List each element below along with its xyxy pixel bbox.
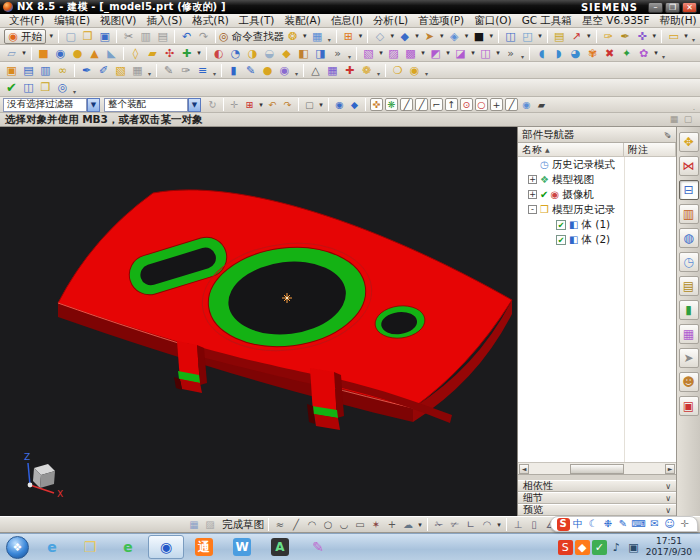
dropdown-caret-icon[interactable]: ▾ [463,32,471,40]
menu-assemblies[interactable]: 装配(A) [279,14,325,28]
copy-icon[interactable]: ▥ [138,29,153,44]
tree-row-body-2[interactable]: ✔◧体 (2) [518,232,676,247]
redo-icon[interactable]: ↷ [196,29,211,44]
pen-check-icon[interactable]: ✎ [243,63,258,78]
taskbar-360se[interactable]: e [110,535,146,559]
dropdown-caret-icon[interactable]: ▾ [536,32,544,40]
rib-icon[interactable]: ◔ [228,46,243,61]
dropdown-caret-icon[interactable]: ▾ [438,32,446,40]
dropdown-caret-icon[interactable]: ▾ [651,32,659,40]
graphics-viewport[interactable]: X Z [0,127,517,516]
overflow-dot[interactable]: ▾ [348,53,351,60]
face-analysis-icon[interactable]: ✦ [619,46,634,61]
dropdown-caret-icon[interactable]: ▾ [494,49,502,57]
snap-center-icon[interactable]: ⊙ [460,98,473,111]
polygon-star-icon[interactable]: ✶ [369,518,383,532]
screen-split-icon[interactable]: ⊞ [341,29,356,44]
tray-wangwang-icon[interactable]: ◆ [575,540,590,555]
block-icon[interactable]: ■ [36,46,51,61]
cone-icon[interactable]: ▲ [87,46,102,61]
tree-row-model-views[interactable]: +❖模型视图 [518,172,676,187]
cut-icon[interactable]: ✂ [121,29,136,44]
extrude-icon[interactable]: ▰ [145,46,160,61]
sketch-grid-icon[interactable]: ▦ [187,518,201,532]
snap-pole-icon[interactable]: ↑ [445,98,458,111]
orient-view-icon[interactable]: ◫ [503,29,518,44]
ruler-icon[interactable]: ▭ [666,29,681,44]
dropdown-caret-icon[interactable]: ▾ [419,49,427,57]
snap-mid-icon[interactable]: ╱ [415,98,428,111]
interpart-link-icon[interactable]: ∞ [55,63,70,78]
taskbar-tong[interactable]: 通 [186,535,222,559]
gear-parts-icon[interactable]: ❁ [359,63,374,78]
line-icon[interactable]: ╱ [289,518,303,532]
minimize-button[interactable]: – [648,2,663,13]
taskbar-explorer[interactable]: ❒ [72,535,108,559]
send-to-window-icon[interactable]: ➤ [422,29,437,44]
delete-face-icon[interactable]: ◪ [453,46,468,61]
history-palette-icon[interactable]: ◷ [679,252,699,272]
constraint-navigator-icon[interactable]: ⋈ [679,156,699,176]
touch-panel-icon[interactable]: ▣ [679,396,699,416]
menu-window[interactable]: 窗口(O) [469,14,516,28]
reuse-library-icon[interactable]: ▥ [679,204,699,224]
more-sync-icon[interactable]: » [503,46,518,61]
tray-sogou-icon[interactable]: S [558,540,573,555]
tree-row-history-mode[interactable]: ◷历史记录模式 [518,157,676,172]
dropdown-caret-icon[interactable]: ▾ [301,32,309,40]
selection-filter-value[interactable]: 没有选择过滤器 [3,98,87,112]
section-preview[interactable]: 预览∨ [518,504,676,516]
chevron-down-icon[interactable]: ∨ [665,506,671,515]
column-note[interactable]: 附注 [624,143,676,156]
column-name[interactable]: 名称 ▲ [518,143,624,156]
part-navigator-icon[interactable]: ⊟ [679,180,699,200]
scrollbar-thumb[interactable] [570,464,624,474]
taskbar-image-app[interactable]: A [262,535,298,559]
selection-filter-caret-icon[interactable]: ▼ [87,98,100,112]
dropdown-caret-icon[interactable]: ▾ [317,101,325,109]
datum-plane-icon[interactable]: ◊ [128,46,143,61]
expand-box-icon[interactable]: + [528,190,537,199]
left-leg[interactable] [174,341,207,393]
resize-face-icon[interactable]: ◫ [478,46,493,61]
snap-line-icon[interactable]: ╱ [505,98,518,111]
deviation-check-icon[interactable]: ✖ [602,46,617,61]
gateway-arrow-icon[interactable]: ➤ [679,348,699,368]
triangle-mesh-icon[interactable]: △ [308,63,323,78]
pull-face-icon[interactable]: ▨ [386,46,401,61]
dropdown-caret-icon[interactable]: ▾ [682,32,690,40]
grid-sheet-icon[interactable]: ▦ [325,63,340,78]
overflow-dot[interactable]: ▾ [692,36,695,43]
snap-rotate-icon[interactable]: ❋ [385,98,398,111]
manufacturing-wizard-icon[interactable]: ▮ [679,300,699,320]
ime-moon-icon[interactable]: ☾ [587,518,600,531]
arc-second-icon[interactable]: ◡ [337,518,351,532]
hook-icon[interactable]: ◑ [245,46,260,61]
visual-reports-icon[interactable]: ▦ [679,324,699,344]
dropdown-caret-icon[interactable]: ▾ [388,32,396,40]
dropdown-caret-icon[interactable]: ▾ [444,49,452,57]
snap-arc-end-icon[interactable]: ⌐ [430,98,443,111]
hole-icon[interactable]: ◐ [211,46,226,61]
quick-extend-icon[interactable]: ✃ [448,518,462,532]
studio-spline-icon[interactable]: ☁ [401,518,415,532]
process-studio-icon[interactable]: ▤ [679,276,699,296]
select-general-icon[interactable]: ✛ [228,98,241,111]
dropdown-caret-icon[interactable]: ▾ [257,101,265,109]
checkbox-checked[interactable]: ✔ [556,235,566,245]
bend-contour-icon[interactable]: ◗ [551,46,566,61]
ime-skin-icon[interactable]: ☺ [663,518,676,531]
bend-flange-icon[interactable]: ◖ [534,46,549,61]
point-set-icon[interactable]: ✣ [162,46,177,61]
snap-point-icon[interactable]: ✜ [370,98,383,111]
measure-icon[interactable]: ✜ [635,29,650,44]
swirl-icon[interactable]: ✾ [585,46,600,61]
collapse-box-icon[interactable]: - [528,205,537,214]
shell-icon[interactable]: ◒ [262,46,277,61]
overflow-dot[interactable]: ▾ [148,70,151,77]
pin-icon[interactable]: ✐ [663,131,673,139]
background-swatch-icon[interactable]: ■ [471,29,486,44]
ime-toolbox-icon[interactable]: ✛ [678,518,691,531]
inferred-dimensions-icon[interactable]: ▯ [527,518,541,532]
snap-intersection-icon[interactable]: + [490,98,503,111]
